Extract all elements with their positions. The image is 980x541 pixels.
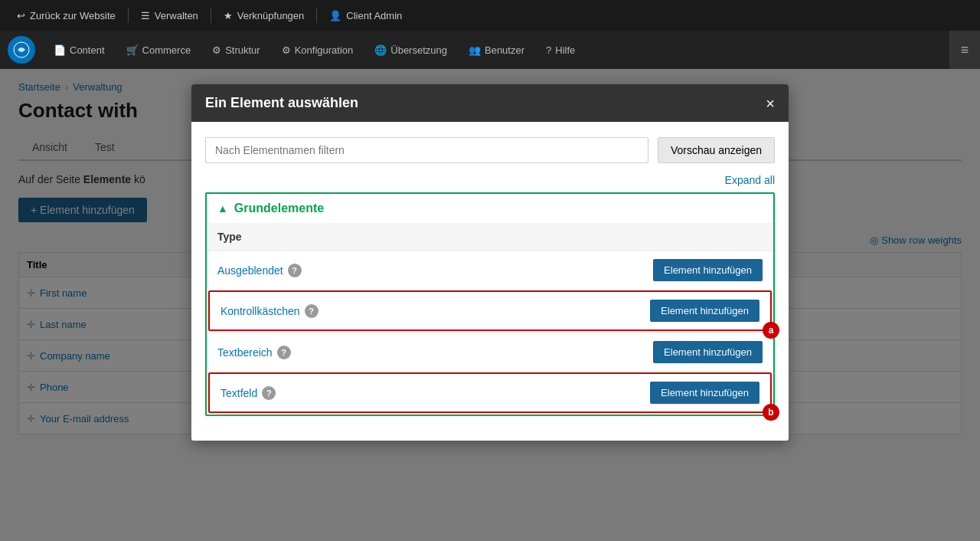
nav-konfiguration[interactable]: ⚙ Konfiguration bbox=[271, 31, 364, 69]
modal-header: Ein Element auswählen × bbox=[191, 84, 789, 122]
nav-end-btn[interactable]: ≡ bbox=[949, 31, 980, 69]
globe-icon: 🌐 bbox=[374, 44, 387, 56]
add-element-btn-textbereich[interactable]: Element hinzufügen bbox=[653, 341, 763, 363]
type-name-textfeld: Textfeld ? bbox=[220, 386, 276, 400]
help-icon-kontrollkastchen[interactable]: ? bbox=[305, 304, 318, 318]
modal-close-button[interactable]: × bbox=[766, 96, 775, 111]
expand-all-row: Expand all bbox=[205, 174, 775, 186]
user-icon: 👤 bbox=[329, 10, 341, 21]
menu-icon: ☰ bbox=[141, 10, 150, 21]
modal-overlay: Ein Element auswählen × Vorschau anzeige… bbox=[0, 69, 980, 541]
nav-ubersetzung[interactable]: 🌐 Übersetzung bbox=[364, 31, 458, 69]
type-link-textbereich[interactable]: Textbereich bbox=[217, 346, 273, 359]
modal-body: Vorschau anzeigen Expand all ▲ Grundelem… bbox=[191, 122, 789, 441]
type-name-textbereich: Textbereich ? bbox=[217, 346, 291, 359]
type-row-textfeld: Textfeld ? Element hinzufügen bbox=[208, 372, 772, 413]
add-element-btn-ausgeblendet[interactable]: Element hinzufügen bbox=[653, 259, 763, 281]
nav-verwalten[interactable]: ☰ Verwalten bbox=[132, 0, 207, 31]
type-row-wrapper-kontrollkastchen: Kontrollkästchen ? Element hinzufügen a bbox=[208, 290, 772, 331]
badge-a: a bbox=[763, 322, 779, 339]
help-icon-ausgeblendet[interactable]: ? bbox=[288, 264, 302, 277]
add-element-btn-textfeld[interactable]: Element hinzufügen bbox=[650, 382, 760, 404]
nav-content[interactable]: 📄 Content bbox=[43, 31, 116, 69]
nav-divider-3 bbox=[316, 8, 317, 23]
arrow-icon: ↩ bbox=[17, 10, 25, 21]
nav-zuruck[interactable]: ↩ Zurück zur Website bbox=[8, 0, 125, 31]
page-background: Startseite › Verwaltung Contact with Ans… bbox=[0, 69, 980, 541]
chevron-up-icon: ▲ bbox=[217, 202, 228, 215]
modal-title: Ein Element auswählen bbox=[205, 95, 358, 111]
nav-verknupfungen[interactable]: ★ Verknüpfungen bbox=[214, 0, 313, 31]
section-header-bar[interactable]: ▲ Grundelemente bbox=[207, 194, 773, 223]
expand-icon: ≡ bbox=[961, 42, 969, 58]
nav-client-admin[interactable]: 👤 Client Admin bbox=[320, 0, 411, 31]
konfiguration-icon: ⚙ bbox=[282, 44, 291, 56]
section-title: Grundelemente bbox=[234, 202, 324, 215]
nav-hilfe[interactable]: ? Hilfe bbox=[535, 31, 586, 69]
help-icon: ? bbox=[546, 44, 551, 56]
brand-logo[interactable] bbox=[8, 36, 35, 64]
type-link-kontrollkastchen[interactable]: Kontrollkästchen bbox=[220, 305, 300, 317]
modal-preview-button[interactable]: Vorschau anzeigen bbox=[658, 137, 775, 163]
star-icon: ★ bbox=[224, 10, 233, 21]
modal-search-input[interactable] bbox=[205, 137, 648, 163]
help-icon-textbereich[interactable]: ? bbox=[277, 346, 291, 359]
modal-dialog: Ein Element auswählen × Vorschau anzeige… bbox=[191, 84, 789, 441]
modal-search-row: Vorschau anzeigen bbox=[205, 137, 775, 163]
type-link-textfeld[interactable]: Textfeld bbox=[220, 387, 257, 399]
type-column-header: Type bbox=[207, 223, 773, 251]
type-name-ausgeblendet: Ausgeblendet ? bbox=[217, 264, 302, 277]
nav-benutzer[interactable]: 👥 Benutzer bbox=[458, 31, 535, 69]
badge-b: b bbox=[763, 404, 779, 421]
expand-all-link[interactable]: Expand all bbox=[725, 174, 775, 186]
content-icon: 📄 bbox=[54, 44, 66, 56]
type-link-ausgeblendet[interactable]: Ausgeblendet bbox=[217, 264, 283, 277]
type-row-kontrollkastchen: Kontrollkästchen ? Element hinzufügen bbox=[208, 290, 772, 331]
commerce-icon: 🛒 bbox=[126, 44, 139, 56]
type-row-ausgeblendet: Ausgeblendet ? Element hinzufügen bbox=[207, 251, 773, 289]
top-navigation: ↩ Zurück zur Website ☰ Verwalten ★ Verkn… bbox=[0, 0, 980, 31]
struktur-icon: ⚙ bbox=[212, 44, 221, 56]
type-table: Type Ausgeblendet ? Element hinzufügen bbox=[207, 223, 773, 413]
add-element-btn-kontrollkastchen[interactable]: Element hinzufügen bbox=[650, 300, 760, 322]
nav-struktur[interactable]: ⚙ Struktur bbox=[201, 31, 271, 69]
users-icon: 👥 bbox=[469, 44, 481, 56]
type-row-wrapper-textfeld: Textfeld ? Element hinzufügen b bbox=[208, 372, 772, 413]
section-grundelemente: ▲ Grundelemente Type Ausgeblendet ? Ele bbox=[205, 192, 775, 416]
help-icon-textfeld[interactable]: ? bbox=[262, 386, 276, 400]
nav-divider-2 bbox=[211, 8, 211, 23]
main-navigation: 📄 Content 🛒 Commerce ⚙ Struktur ⚙ Konfig… bbox=[0, 31, 980, 69]
nav-divider-1 bbox=[128, 8, 129, 23]
type-name-kontrollkastchen: Kontrollkästchen ? bbox=[220, 304, 318, 318]
nav-commerce[interactable]: 🛒 Commerce bbox=[116, 31, 202, 69]
type-row-textbereich: Textbereich ? Element hinzufügen bbox=[207, 333, 773, 371]
